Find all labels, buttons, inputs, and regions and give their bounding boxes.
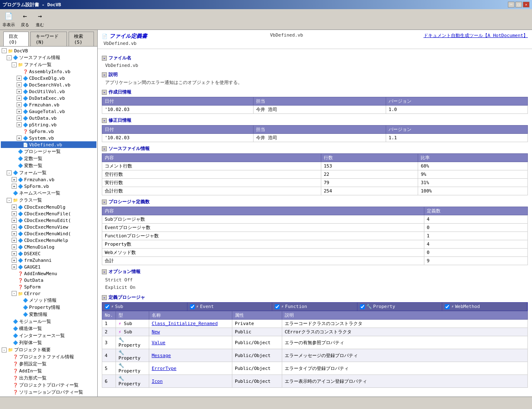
sidebar-item-form-list[interactable]: - 🔷 フォーム一覧 — [1, 169, 96, 176]
sidebar-item-property-info[interactable]: 🔷 Property情報 — [1, 304, 96, 311]
cdocexecfile-expand[interactable]: + — [12, 211, 17, 216]
gaugetotal-expand[interactable]: + — [17, 109, 22, 114]
forward-button[interactable]: → 進む — [35, 11, 45, 28]
cerror-expand[interactable]: - — [12, 291, 17, 296]
sidebar-item-spform2[interactable]: + 🔷 SpForm.vb — [1, 183, 96, 190]
sidebar-item-project-file-info[interactable]: ❓ プロジェクトファイル情報 — [1, 353, 96, 360]
option-collapse[interactable]: - — [102, 269, 107, 274]
sidebar-item-cerror[interactable]: - 📁 CError — [1, 290, 96, 297]
sidebar-item-docutil[interactable]: + 🔷 DocUtilVol.vb — [1, 88, 96, 95]
sidebar-item-cdocexecfile[interactable]: + 🔷 CDocExecMenuFile( — [1, 210, 96, 217]
sidebar-item-assembly[interactable]: ❓ AssemblyInfo.vb — [1, 68, 96, 75]
sidebar-item-output-format[interactable]: ❓ 出力形式一覧 — [1, 375, 96, 382]
def-row6-link[interactable]: Icon — [152, 379, 163, 384]
revision-collapse[interactable]: - — [102, 118, 107, 123]
def-row5-link[interactable]: ErrorType — [152, 366, 177, 371]
filter-function-checkbox[interactable] — [275, 304, 280, 309]
sidebar-item-cmenudialog[interactable]: + 🔷 CMenuDialog — [1, 244, 96, 250]
filter-property[interactable]: 🔧 Property — [357, 303, 443, 310]
def-row3-link[interactable]: Value — [152, 340, 165, 345]
sidebar-item-cdocexecview[interactable]: + 🔷 CDocExecMenuView — [1, 224, 96, 230]
cdocexechelp-expand[interactable]: + — [12, 238, 17, 243]
sidebar-item-cdocexe[interactable]: + 🔷 CDocExeDlg.vb — [1, 75, 96, 81]
docsearch-expand[interactable]: + — [17, 82, 22, 87]
def-row2-link[interactable]: New — [152, 329, 160, 335]
sidebar-item-ref-settings[interactable]: ❓ 参照設定一覧 — [1, 360, 96, 367]
sidebar-item-namespace-list[interactable]: 🔷 ネームスペース一覧 — [1, 190, 96, 197]
source-expand[interactable]: - — [7, 55, 12, 60]
sidebar-item-outdata2[interactable]: ❓ OutData — [1, 277, 96, 283]
sidebar-item-cdocexecedit[interactable]: + 🔷 CDocExecMenuEdit( — [1, 217, 96, 224]
cdocexecedit-expand[interactable]: + — [12, 218, 17, 223]
filter-property-checkbox[interactable] — [360, 304, 365, 309]
sidebar-item-procedure-list[interactable]: 🔷 プロシージャー覧 — [1, 148, 96, 155]
root-expand[interactable]: - — [2, 48, 7, 53]
sidebar-item-pstring[interactable]: + 🔷 pString.vb — [1, 121, 96, 128]
filter-function[interactable]: ⚡ Function — [272, 303, 357, 310]
sidebar-item-solution-prop[interactable]: ❓ ソリューションプロパティー覧 — [1, 389, 96, 396]
maximize-button[interactable]: □ — [515, 2, 522, 7]
filter-webmethod[interactable]: ⚡ WebMethod — [442, 303, 527, 310]
filename-collapse[interactable]: - — [102, 56, 107, 61]
sidebar-item-dsexec[interactable]: + 🔷 DSEXEC — [1, 250, 96, 257]
sidebar-item-gaugetotal[interactable]: + 🔷 GaugeTotal.vb — [1, 108, 96, 115]
sidebar-item-file-list[interactable]: - 📁 ファイル一覧 — [1, 61, 96, 68]
def-row4-link[interactable]: Message — [152, 353, 171, 358]
cdocexecview-expand[interactable]: + — [12, 224, 17, 229]
docutil-expand[interactable]: + — [17, 89, 22, 94]
sidebar-item-cdocexecdlg[interactable]: + 🔷 CDocExecMenuDlg — [1, 204, 96, 210]
sidebar-item-config-prop[interactable]: ❓ 構成プロパティー覧 — [1, 396, 96, 397]
pstring-expand[interactable]: + — [17, 122, 22, 127]
system-expand[interactable]: + — [17, 136, 22, 140]
gauge1-expand[interactable]: + — [12, 264, 17, 269]
close-button[interactable]: ✕ — [523, 2, 530, 7]
filter-event[interactable]: ⚡ Event — [187, 303, 273, 310]
sidebar-item-system[interactable]: + 🔷 System.vb — [1, 135, 96, 141]
sidebar-item-source-info[interactable]: - 🔷 ソースファイル情報 — [1, 54, 96, 61]
sidebar-item-class-list[interactable]: - 📁 クラス一覧 — [1, 197, 96, 204]
sidebar-item-project-overview[interactable]: - 📁 プロジェクト概要 — [1, 346, 96, 353]
filter-sub-checkbox[interactable] — [105, 304, 110, 309]
filelist-expand[interactable]: - — [12, 62, 17, 67]
cmenudialog-expand[interactable]: + — [12, 244, 17, 249]
sidebar-item-cdocexecwind[interactable]: + 🔷 CDocExecMenuWind( — [1, 230, 96, 237]
sidebar-item-var-info[interactable]: 🔷 変数情報 — [1, 311, 96, 318]
sidebar-item-frmzuhan2[interactable]: + 🔷 Frmzuhan.vb — [1, 176, 96, 183]
sidebar-item-spform3[interactable]: ❓ SpForm — [1, 283, 96, 290]
def-row1-link[interactable]: Class_Initialize_Renamed — [152, 321, 218, 326]
tree-root[interactable]: - 📁 DocVB — [1, 47, 96, 54]
sidebar-item-docsearch[interactable]: + 🔷 DocSearchVol.vb — [1, 81, 96, 88]
sidebar-item-outdata[interactable]: + 🔷 OutData.vb — [1, 115, 96, 121]
sidebar-item-addin-list[interactable]: ❓ AddIn一覧 — [1, 367, 96, 375]
form-expand[interactable]: - — [7, 170, 12, 175]
dsdata-expand[interactable]: + — [17, 96, 22, 101]
back-button[interactable]: ← 戻る — [20, 11, 30, 28]
filter-sub[interactable]: ⚡ Sub — [102, 303, 187, 310]
sidebar-item-const-list[interactable]: 🔷 定数一覧 — [1, 155, 96, 162]
sidebar-item-vbdefined[interactable]: 📄 VbDefined.vb — [1, 141, 96, 148]
cdocexecdlg-expand[interactable]: + — [12, 204, 17, 209]
sidebar-item-frmzuhan[interactable]: + 🔷 Frmzuhan.vb — [1, 101, 96, 108]
sidebar-item-module-list[interactable]: 🔷 モジュール一覧 — [1, 318, 96, 325]
tab-index[interactable]: 目次(O) — [3, 32, 29, 46]
sidebar-item-cdocexechelp[interactable]: + 🔷 CDocExecMenuHelp — [1, 237, 96, 244]
sidebar-item-gauge1[interactable]: + 🔷 GAUGE1 — [1, 264, 96, 270]
minimize-button[interactable]: ─ — [508, 2, 515, 7]
filter-event-checkbox[interactable] — [190, 304, 195, 309]
dsexec-expand[interactable]: + — [12, 251, 17, 256]
sidebar-item-spform[interactable]: ❓ SpForm.vb — [1, 128, 96, 135]
spform2-expand[interactable]: + — [12, 184, 17, 189]
desc-collapse[interactable]: - — [102, 72, 107, 77]
project-expand[interactable]: - — [2, 347, 7, 352]
sidebar-item-struct-list[interactable]: 🔷 構造体一覧 — [1, 325, 96, 332]
frmzuhanni-expand[interactable]: + — [12, 258, 17, 263]
sidebar-item-frmzuhanni[interactable]: + 🔷 frmZuhanni — [1, 257, 96, 264]
frmzuhan-expand[interactable]: + — [17, 102, 22, 107]
sidebar-item-method-info[interactable]: 🔷 メソッド情報 — [1, 297, 96, 304]
class-expand[interactable]: - — [7, 198, 12, 203]
frmzuhan2-expand[interactable]: + — [12, 177, 17, 182]
tab-search[interactable]: 検索(S) — [69, 32, 94, 46]
procdef-collapse[interactable]: - — [102, 200, 107, 204]
outdata-expand[interactable]: + — [17, 116, 22, 121]
sidebar-item-var-list[interactable]: 🔷 変数一覧 — [1, 162, 96, 169]
